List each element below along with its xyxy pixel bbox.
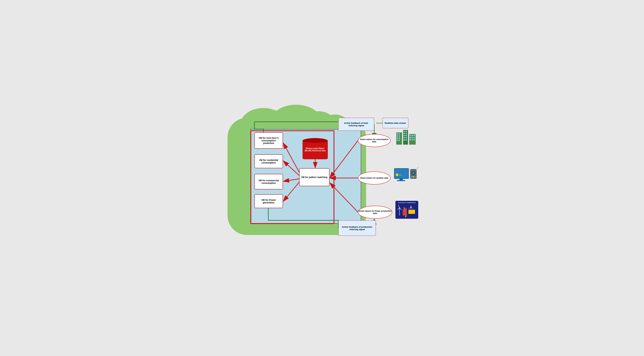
svg-rect-22 [412, 135, 413, 136]
svg-rect-14 [404, 135, 405, 136]
weather-illustration: ~~~ 25°C [394, 167, 418, 185]
svg-rect-7 [397, 140, 398, 141]
diagram-container: VM for next hour's consumption predictio… [224, 113, 420, 243]
svg-rect-19 [406, 139, 407, 141]
svg-rect-21 [410, 135, 411, 136]
svg-rect-3 [397, 135, 398, 137]
svg-rect-27 [410, 139, 411, 140]
svg-rect-16 [404, 137, 405, 138]
svg-rect-5 [397, 137, 398, 139]
svg-text:⚡: ⚡ [404, 215, 407, 218]
blob-cylinder: Binary Large Object (BLOB) Historical da… [302, 138, 328, 159]
svg-rect-8 [399, 140, 400, 141]
feedback-bottom-box: Active feedback of production reducing s… [338, 220, 376, 236]
svg-rect-2 [399, 133, 400, 134]
svg-text:ELECTRICITY GENERATION: ELECTRICITY GENERATION [398, 202, 416, 203]
buildings-illustration [396, 129, 416, 145]
vm-next-hour-box: VM for next hour's consumption predictio… [254, 132, 283, 149]
svg-rect-26 [414, 137, 415, 138]
svg-rect-40 [410, 176, 412, 177]
svg-rect-42 [415, 176, 416, 177]
vm-pattern-box: VM for pattern matching [299, 168, 330, 186]
svg-rect-6 [399, 137, 400, 139]
svg-rect-24 [410, 137, 411, 138]
svg-rect-23 [414, 135, 415, 136]
blob-box: Binary Large Object (BLOB) Historical da… [302, 138, 328, 159]
vm-commercial-box: VM for commercial consumption [254, 174, 283, 189]
svg-text:25°C: 25°C [399, 174, 402, 176]
realtime-box: Realtime data stream [382, 118, 408, 128]
svg-rect-10 [404, 131, 405, 132]
vm-residential-box: VM for residential consumption [254, 154, 283, 168]
electricity-illustration: ELECTRICITY GENERATION ⚡ [396, 201, 418, 219]
svg-rect-4 [399, 135, 400, 137]
svg-rect-55 [408, 210, 415, 214]
svg-rect-1 [397, 133, 398, 134]
svg-rect-41 [413, 176, 414, 177]
ellipse-weather: Smart meters for weather data [358, 171, 390, 185]
svg-rect-17 [406, 137, 407, 138]
ellipse-power: Smart meters for Power production data [358, 206, 392, 219]
vm-power-box: VM for Power generation [254, 194, 283, 208]
ellipse-consumption: Smart meters for consumption data [358, 134, 390, 147]
svg-point-35 [396, 173, 398, 176]
feedback-top-box: Active feedback of load-reducing signal [338, 118, 374, 131]
svg-rect-11 [406, 131, 407, 132]
svg-rect-33 [397, 180, 405, 181]
svg-rect-28 [412, 139, 413, 140]
svg-rect-18 [404, 139, 405, 141]
svg-rect-25 [412, 137, 413, 138]
svg-rect-52 [403, 210, 407, 215]
svg-rect-12 [404, 133, 405, 134]
svg-rect-54 [406, 208, 406, 211]
svg-rect-29 [414, 139, 415, 140]
svg-text:~~~: ~~~ [396, 171, 398, 173]
svg-point-39 [412, 172, 414, 174]
svg-rect-53 [404, 207, 405, 211]
svg-rect-15 [406, 135, 407, 136]
svg-rect-13 [406, 133, 407, 134]
